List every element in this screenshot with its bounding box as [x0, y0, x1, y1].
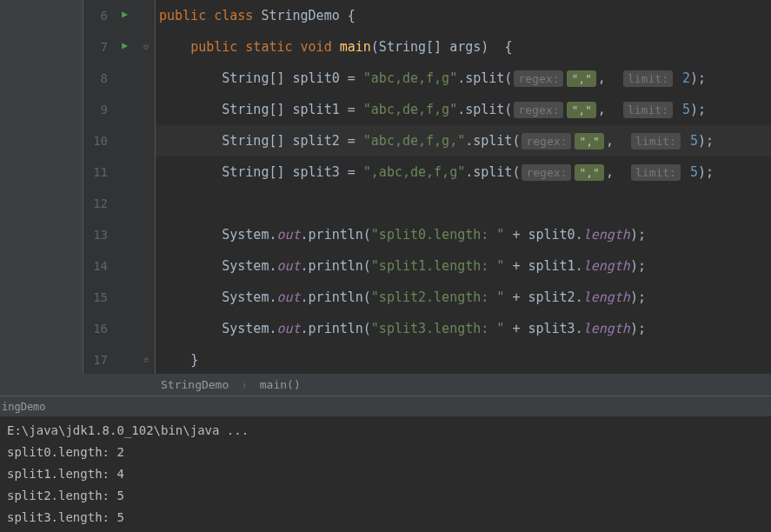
code-line: String[] split0 = "abc,de,f,g".split(reg… [156, 63, 771, 94]
line-number: 8 [83, 63, 108, 94]
chevron-right-icon: › [241, 378, 248, 391]
run-method-icon[interactable]: ▶ [122, 39, 128, 51]
code-line: System.out.println("split1.length: " + s… [156, 250, 771, 282]
line-number: 14 [83, 250, 108, 282]
line-number: 13 [83, 219, 108, 250]
code-line: String[] split3 = ",abc,de,f,g".split(re… [156, 156, 771, 188]
fold-gutter: ⊖ ⊖ [142, 0, 156, 374]
param-hint: regex: [514, 70, 563, 87]
param-hint: limit: [623, 70, 673, 87]
editor-area: 6 7 8 9 10 11 12 13 14 15 16 17 ▶ ▶ ⊖ ⊖ … [0, 0, 771, 374]
line-number: 7 [83, 31, 108, 63]
code-line: } [156, 344, 771, 376]
run-tab-header[interactable]: ingDemo [0, 396, 771, 416]
console-line: split3.length: 5 [7, 507, 764, 529]
line-number: 11 [83, 156, 108, 188]
param-hint: limit: [631, 164, 681, 181]
code-line: public static void main(String[] args) { [156, 31, 771, 63]
param-hint-highlight: "," [567, 102, 595, 118]
param-hint: regex: [514, 102, 563, 118]
run-class-icon[interactable]: ▶ [122, 8, 128, 20]
fold-icon[interactable]: ⊖ [143, 42, 149, 51]
line-number: 10 [83, 125, 108, 156]
line-number: 16 [83, 313, 108, 344]
code-line: System.out.println("split2.length: " + s… [156, 282, 771, 313]
param-hint: limit: [631, 133, 681, 150]
fold-end-icon[interactable]: ⊖ [143, 355, 149, 364]
line-number: 9 [83, 94, 108, 125]
code-line [156, 188, 771, 219]
code-editor[interactable]: public class StringDemo { public static … [156, 0, 771, 374]
code-line: System.out.println("split0.length: " + s… [156, 219, 771, 250]
code-line: public class StringDemo { [156, 0, 771, 31]
run-gutter: ▶ ▶ [116, 0, 142, 374]
run-tab-label: ingDemo [2, 401, 46, 413]
breadcrumb-class[interactable]: StringDemo [161, 378, 229, 391]
breadcrumb[interactable]: StringDemo › main() [0, 374, 771, 396]
project-panel [0, 0, 83, 374]
breadcrumb-method[interactable]: main() [260, 378, 301, 391]
line-number: 12 [83, 188, 108, 219]
line-number: 6 [83, 0, 108, 31]
line-number: 17 [83, 344, 108, 376]
param-hint-highlight: "," [575, 164, 603, 181]
line-number: 15 [83, 282, 108, 313]
line-number-gutter[interactable]: 6 7 8 9 10 11 12 13 14 15 16 17 [83, 0, 116, 374]
console-output[interactable]: E:\java\jdk1.8.0_102\bin\java ... split0… [0, 416, 771, 532]
code-line-current: String[] split2 = "abc,de,f,g,".split(re… [156, 125, 771, 156]
param-hint-highlight: "," [575, 133, 603, 150]
param-hint: regex: [522, 133, 571, 150]
param-hint: limit: [623, 102, 673, 118]
console-line: split2.length: 5 [7, 485, 764, 507]
console-line: split0.length: 2 [7, 442, 764, 463]
console-line: split1.length: 4 [7, 463, 764, 485]
param-hint: regex: [522, 164, 571, 181]
code-line: String[] split1 = "abc,de,f,g".split(reg… [156, 94, 771, 125]
code-line: System.out.println("split3.length: " + s… [156, 313, 771, 344]
console-command: E:\java\jdk1.8.0_102\bin\java ... [7, 420, 764, 442]
param-hint-highlight: "," [567, 70, 595, 87]
